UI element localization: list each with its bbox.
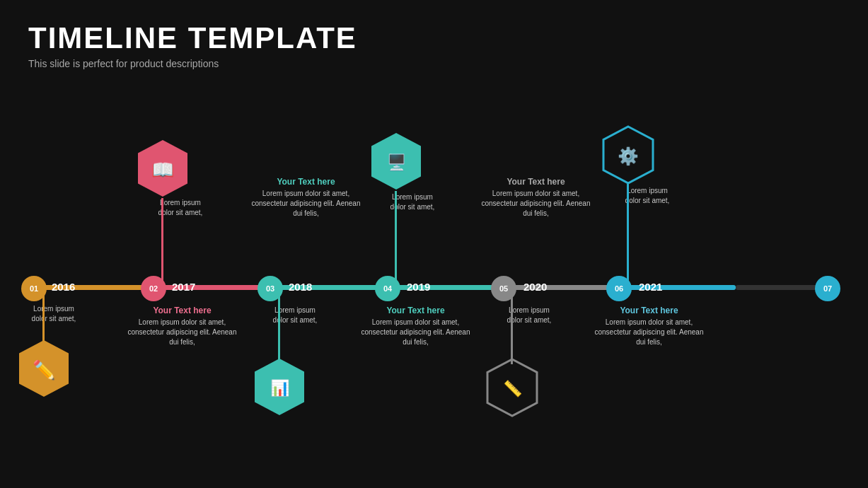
text-above-05: Your Text here Lorem ipsum dolor sit ame… — [478, 177, 594, 219]
body-below-06: Lorem ipsum dolor sit amet, consectetur … — [591, 318, 707, 347]
body-above-05: Lorem ipsum dolor sit amet, consectetur … — [478, 189, 594, 219]
text-below-03: Lorem ipsumdolor sit amet, — [242, 306, 348, 325]
body-below-02: Lorem ipsum dolor sit amet, consectetur … — [124, 318, 241, 347]
vline-04-up — [395, 191, 397, 285]
vline-06-up — [627, 184, 629, 285]
title-below-02: Your Text here — [124, 306, 241, 315]
segment-gray — [502, 285, 619, 290]
body-above-06: Lorem ipsumdolor sit amet, — [594, 186, 700, 206]
year-2017: 2017 — [172, 281, 195, 293]
segment-blue — [619, 285, 736, 290]
text-above-03: Your Text here Lorem ipsum dolor sit ame… — [248, 177, 364, 219]
circle-06: 06 — [606, 276, 632, 301]
text-below-06: Your Text here Lorem ipsum dolor sit ame… — [591, 306, 707, 347]
segment-teal2 — [386, 285, 502, 290]
slide-subtitle: This slide is perfect for product descri… — [28, 58, 357, 69]
timeline-area: 01 2016 ✏️ Lorem ipsumdolor sit amet, 02… — [0, 113, 868, 488]
year-2016: 2016 — [52, 281, 75, 293]
circle-07: 07 — [815, 276, 840, 301]
segment-teal1 — [269, 285, 386, 290]
hex-03: 📊 — [253, 356, 306, 420]
title-above-03: Your Text here — [248, 177, 364, 187]
slide-container: TIMELINE TEMPLATE This slide is perfect … — [0, 0, 868, 488]
segment-red — [152, 285, 269, 290]
body-above-04: Lorem ipsumdolor sit amet, — [359, 192, 465, 212]
title-below-06: Your Text here — [591, 306, 707, 315]
body-above-02: Lorem ipsumdolor sit amet, — [127, 198, 233, 218]
body-above-03: Lorem ipsum dolor sit amet, consectetur … — [248, 189, 364, 219]
year-2020: 2020 — [523, 281, 547, 293]
circle-03: 03 — [257, 276, 283, 301]
vline-02-up — [161, 198, 163, 285]
text-below-02: Your Text here Lorem ipsum dolor sit ame… — [124, 306, 241, 347]
circle-05: 05 — [491, 276, 516, 301]
body-below-01: Lorem ipsumdolor sit amet, — [4, 304, 103, 324]
text-below-04: Your Text here Lorem ipsum dolor sit ame… — [357, 306, 474, 347]
text-below-01: Lorem ipsumdolor sit amet, — [4, 304, 103, 324]
text-above-02: Lorem ipsumdolor sit amet, — [127, 198, 233, 218]
hex-05: 📏 — [485, 357, 539, 421]
circle-01: 01 — [21, 276, 47, 301]
hex-02: 📖 — [136, 138, 190, 202]
hex-06: ⚙️ — [601, 124, 655, 188]
hex-04: 🖥️ — [369, 131, 423, 194]
year-2018: 2018 — [289, 281, 312, 293]
body-below-05: Lorem ipsumdolor sit amet, — [476, 306, 582, 325]
slide-title: TIMELINE TEMPLATE — [28, 21, 357, 55]
title-below-04: Your Text here — [357, 306, 474, 315]
body-below-04: Lorem ipsum dolor sit amet, consectetur … — [357, 318, 474, 347]
text-above-06: Lorem ipsumdolor sit amet, — [594, 186, 700, 206]
circle-04: 04 — [375, 276, 400, 301]
hex-01: ✏️ — [17, 338, 71, 402]
vline-05-down — [511, 288, 513, 364]
title-above-05: Your Text here — [478, 177, 594, 187]
body-below-03: Lorem ipsumdolor sit amet, — [242, 306, 348, 325]
year-2021: 2021 — [639, 281, 662, 293]
text-above-04: Lorem ipsumdolor sit amet, — [359, 192, 465, 212]
year-2019: 2019 — [407, 281, 430, 293]
circle-02: 02 — [141, 276, 166, 301]
text-below-05: Lorem ipsumdolor sit amet, — [476, 306, 582, 325]
vline-03-down — [278, 288, 280, 362]
header: TIMELINE TEMPLATE This slide is perfect … — [28, 21, 357, 69]
